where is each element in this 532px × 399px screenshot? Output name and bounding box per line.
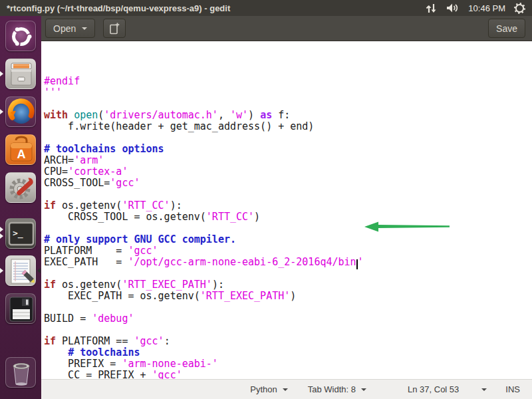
save-button[interactable]: Save	[488, 19, 525, 38]
firefox-icon	[6, 97, 36, 127]
top-panel: *rtconfig.py (~/rt-thread/bsp/qemu-vexpr…	[0, 0, 532, 16]
code-line: # toolchains options	[44, 144, 532, 155]
gedit-window: Open Save #endif'''with open('drivers/au…	[41, 16, 532, 399]
launcher-item-files[interactable]	[5, 59, 36, 89]
cursor-position[interactable]: Ln 37, Col 53	[408, 384, 459, 394]
code-line: CROSS_TOOL='gcc'	[44, 178, 532, 189]
session-gear-icon[interactable]	[514, 3, 525, 14]
running-indicator-text-editor	[0, 268, 3, 273]
keyboard-arrows-icon[interactable]	[426, 3, 438, 13]
chevron-down-icon	[283, 388, 288, 391]
clock[interactable]: 10:46 PM	[468, 3, 505, 13]
cursor-position-label: Ln 37, Col 53	[408, 384, 459, 394]
software-center-glyph: A	[17, 148, 26, 161]
code-line: EXEC_PATH = os.getenv('RTT_EXEC_PATH')	[44, 291, 532, 302]
running-indicator-files	[0, 71, 3, 76]
code-line: if os.getenv('RTT_EXEC_PATH'):	[44, 279, 532, 291]
launcher-item-firefox[interactable]	[5, 96, 36, 127]
code-line: # only support GNU GCC compiler.	[44, 234, 532, 245]
ubuntu-dash-icon	[6, 21, 36, 51]
code-line: f.write(header + get_mac_address() + end…	[44, 121, 532, 132]
terminal-icon: >_	[6, 219, 36, 249]
code-line: EXEC_PATH = '/opt/gcc-arm-none-eabi-6_2-…	[44, 257, 532, 268]
code-line	[44, 268, 532, 279]
code-line: PREFIX = 'arm-none-eabi-'	[44, 358, 532, 370]
code-line: # toolchains	[44, 347, 532, 358]
language-label: Python	[250, 384, 277, 394]
code-line	[44, 223, 532, 234]
save-button-label: Save	[496, 23, 517, 34]
terminal-glyph: >_	[13, 228, 23, 239]
files-icon	[6, 59, 36, 89]
code-area[interactable]: #endif'''with open('drivers/automac.h', …	[41, 41, 532, 379]
input-mode-indicator[interactable]: INS	[505, 384, 520, 394]
tab-width-label: Tab Width: 8	[308, 384, 356, 394]
code-line	[44, 189, 532, 200]
volume-icon[interactable]	[446, 3, 460, 13]
code-line: if os.getenv('RTT_CC'):	[44, 200, 532, 211]
launcher-item-trash[interactable]	[5, 357, 36, 388]
chevron-down-icon	[82, 27, 87, 30]
launcher-item-software-center[interactable]: A	[5, 134, 36, 165]
code-line: PLATFORM = 'gcc'	[44, 245, 532, 257]
launcher-item-floppy-disk[interactable]	[5, 293, 36, 324]
language-selector[interactable]: Python	[250, 384, 287, 394]
code-line: CPU='cortex-a'	[44, 166, 532, 178]
code-line: #endif	[44, 76, 532, 87]
system-settings-icon	[6, 173, 36, 203]
tab-width-selector[interactable]: Tab Width: 8	[308, 384, 366, 394]
code-line: CC = PREFIX + 'gcc'	[44, 370, 532, 379]
new-document-button[interactable]	[103, 19, 126, 38]
software-center-icon: A	[6, 135, 36, 165]
window-title: *rtconfig.py (~/rt-thread/bsp/qemu-vexpr…	[7, 3, 230, 13]
chevron-down-icon	[361, 388, 366, 391]
code-line	[44, 98, 532, 110]
trash-icon	[6, 358, 36, 388]
running-indicator-terminal-1	[0, 227, 3, 232]
code-line	[44, 302, 532, 313]
focused-indicator-text-editor	[37, 268, 41, 273]
code-line: BUILD = 'debug'	[44, 313, 532, 325]
floppy-disk-icon	[6, 294, 36, 324]
goto-line-chevron-icon[interactable]	[481, 388, 487, 391]
new-document-icon	[109, 23, 120, 35]
launcher-item-system-settings[interactable]	[5, 172, 36, 203]
code-line: CROSS_TOOL = os.getenv('RTT_CC')	[44, 211, 532, 223]
code-line	[44, 132, 532, 144]
open-button[interactable]: Open	[45, 19, 95, 38]
code-line: ARCH='arm'	[44, 155, 532, 166]
launcher-item-terminal[interactable]: >_	[5, 218, 36, 249]
code-line	[44, 325, 532, 336]
code-line: with open('drivers/automac.h', 'w') as f…	[44, 110, 532, 121]
gedit-status-bar: Python Tab Width: 8 Ln 37, Col 53 INS	[41, 379, 532, 399]
running-indicator-terminal-2	[0, 233, 3, 239]
text-editor-icon	[6, 256, 36, 286]
running-indicator-firefox	[0, 109, 3, 114]
unity-launcher: A >_	[0, 16, 41, 399]
code-line: if PLATFORM == 'gcc':	[44, 336, 532, 347]
open-button-label: Open	[53, 23, 76, 34]
code-line: '''	[44, 87, 532, 98]
launcher-item-text-editor[interactable]	[5, 255, 36, 286]
gedit-toolbar: Open Save	[41, 16, 532, 41]
annotation-arrow	[363, 221, 452, 233]
launcher-item-dash[interactable]	[5, 21, 36, 51]
